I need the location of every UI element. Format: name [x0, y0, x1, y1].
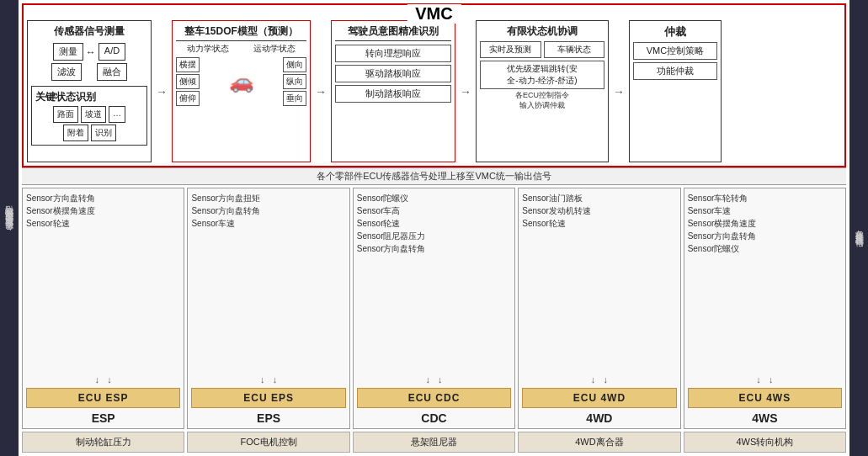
4ws-sensor-5: Sensor陀螺仪: [688, 242, 842, 255]
esp-sensor-3: Sensor轮速: [26, 217, 180, 230]
ecu-card-cdc: Sensor陀螺仪 Sensor车高 Sensor轮速 Sensor阻尼器压力 …: [353, 188, 515, 429]
bottom-4wd-clutch: 4WD离合器: [518, 432, 680, 453]
eps-sensors: Sensor方向盘扭矩 Sensor方向盘转角 Sensor车速: [191, 192, 345, 374]
measure-box: 测量: [53, 43, 83, 61]
key-state-block: 关键状态识别 路面 坡道 … 附着 识别: [31, 86, 147, 146]
arrow-2: →: [314, 20, 327, 162]
main-container: 各零部件在整车上不同状态工况配置传感器信号 各零部件最终执行器信号 VMC 传感…: [0, 0, 868, 456]
model-block: 整车15DOF模型（预测） 动力学状态 运动学状态 横摆 侧倾 俯仰 🚗: [172, 20, 311, 162]
model-states: 动力学状态 运动学状态: [176, 43, 306, 55]
cdc-sensor-2: Sensor车高: [357, 204, 511, 217]
fsm-title: 有限状态机协调: [480, 24, 604, 39]
sensor-block: 传感器信号测量 测量 ↔ A/D 滤波 融合 关键状态识别 路面: [27, 20, 152, 162]
ad-box: A/D: [99, 43, 125, 61]
driver-title: 驾驶员意图精准识别: [335, 24, 451, 41]
lat-item: 侧向: [283, 57, 306, 72]
ecu-card-eps: Sensor方向盘扭矩 Sensor方向盘转角 Sensor车速 ↓ ↓ ECU…: [187, 188, 349, 429]
ecu-section: Sensor方向盘转角 Sensor横摆角速度 Sensor轮速 ↓ ↓ ECU…: [22, 188, 846, 429]
right-side-label: 各零部件最终执行器信号: [849, 0, 868, 456]
attach-box: 附着: [63, 125, 88, 141]
4wd-arrow-down: ↓ ↓: [522, 374, 676, 384]
4wd-sensor-3: Sensor轮速: [522, 217, 676, 230]
4ws-sensor-3: Sensor横摆角速度: [688, 217, 842, 230]
arrow-4: →: [612, 20, 626, 162]
vmc-title: VMC: [407, 4, 461, 24]
identify-box: 识别: [91, 125, 116, 141]
model-left-col: 横摆 侧倾 俯仰: [176, 57, 200, 106]
bottom-brake: 制动轮缸压力: [22, 432, 184, 453]
cdc-sensor-1: Sensor陀螺仪: [357, 192, 511, 204]
4wd-name: 4WD: [522, 411, 676, 425]
sensor-title: 传感器信号测量: [31, 24, 147, 39]
vert-item: 垂向: [283, 91, 306, 106]
kin-state: 运动学状态: [253, 43, 296, 55]
4ws-sensor-4: Sensor方向盘转角: [688, 230, 842, 242]
left-label-text: 各零部件在整车上不同状态工况配置传感器信号: [4, 220, 14, 237]
key-state-title: 关键状态识别: [35, 90, 143, 104]
fsm-sub: 实时及预测 车辆状态: [480, 41, 604, 58]
yaw-item: 横摆: [176, 57, 200, 72]
bottom-bar: 制动轮缸压力 FOC电机控制 悬架阻尼器 4WD离合器 4WS转向机构: [22, 432, 846, 453]
esp-name: ESP: [26, 411, 180, 425]
ecu-card-4wd: Sensor油门踏板 Sensor发动机转速 Sensor轮速 ↓ ↓ ECU …: [518, 188, 680, 429]
model-car-rows: 横摆 侧倾 俯仰 🚗 侧向 纵向 垂向: [176, 57, 306, 106]
dots-box: …: [109, 106, 125, 123]
fsm-block: 有限状态机协调 实时及预测 车辆状态 优先级逻辑跳转(安全-动力-经济-舒适) …: [476, 20, 609, 162]
lon-item: 纵向: [283, 74, 306, 89]
right-label-text: 各零部件最终执行器信号: [854, 224, 864, 233]
eps-sensor-3: Sensor车速: [191, 217, 345, 230]
eps-arrow-down: ↓ ↓: [191, 374, 345, 384]
vmc-section: VMC 传感器信号测量 测量 ↔ A/D 滤波 融合: [22, 3, 846, 167]
signal-label: 各个零部件ECU传感器信号处理上移至VMC统一输出信号: [22, 167, 846, 185]
bottom-foc: FOC电机控制: [187, 432, 349, 453]
fsm-note: 各ECU控制指令输入协调仲裁: [480, 91, 604, 110]
fsm-vehicle: 车辆状态: [544, 41, 605, 58]
cdc-sensors: Sensor陀螺仪 Sensor车高 Sensor轮速 Sensor阻尼器压力 …: [357, 192, 511, 374]
bottom-4ws-steer: 4WS转向机构: [684, 432, 846, 453]
model-right-col: 侧向 纵向 垂向: [283, 57, 306, 106]
4wd-sensor-1: Sensor油门踏板: [522, 192, 676, 204]
content-area: VMC 传感器信号测量 测量 ↔ A/D 滤波 融合: [19, 0, 849, 456]
fsm-logic: 优先级逻辑跳转(安全-动力-经济-舒适): [480, 61, 604, 89]
arb-title: 仲裁: [633, 24, 717, 40]
model-title: 整车15DOF模型（预测）: [176, 24, 306, 41]
eps-sensor-1: Sensor方向盘扭矩: [191, 192, 345, 204]
cdc-sensor-4: Sensor阻尼器压力: [357, 230, 511, 242]
ad-arrow: ↔: [86, 43, 96, 61]
4ws-arrow-down: ↓ ↓: [688, 374, 842, 384]
sensor-row-2: 滤波 融合: [31, 63, 147, 81]
cdc-arrow-down: ↓ ↓: [357, 374, 511, 384]
driver-block: 驾驶员意图精准识别 转向理想响应 驱动踏板响应 制动踏板响应: [331, 20, 455, 162]
eps-name: EPS: [191, 411, 345, 425]
func-arb: 功能仲裁: [633, 62, 717, 80]
arrow-1: →: [155, 20, 168, 162]
filter-box: 滤波: [51, 63, 82, 81]
cdc-sensor-3: Sensor轮速: [357, 217, 511, 230]
esp-sensors: Sensor方向盘转角 Sensor横摆角速度 Sensor轮速: [26, 192, 180, 374]
left-side-label: 各零部件在整车上不同状态工况配置传感器信号: [0, 0, 19, 456]
vmc-inner: 传感器信号测量 测量 ↔ A/D 滤波 融合 关键状态识别 路面: [24, 5, 844, 166]
vmc-strategy: VMC控制策略: [633, 42, 717, 60]
sensor-row-1: 测量 ↔ A/D: [31, 43, 147, 61]
dyn-state: 动力学状态: [187, 43, 229, 55]
key-state-row-2: 附着 识别: [35, 125, 143, 141]
4ws-name: 4WS: [688, 411, 842, 425]
arb-block: 仲裁 VMC控制策略 功能仲裁: [629, 20, 722, 162]
ecu-card-esp: Sensor方向盘转角 Sensor横摆角速度 Sensor轮速 ↓ ↓ ECU…: [22, 188, 184, 429]
eps-sensor-2: Sensor方向盘转角: [191, 204, 345, 217]
accel-item: 驱动踏板响应: [335, 65, 451, 82]
4ws-sensors: Sensor车轮转角 Sensor车速 Sensor横摆角速度 Sensor方向…: [688, 192, 842, 374]
roll-item: 侧倾: [176, 74, 200, 89]
cdc-chip: ECU CDC: [357, 388, 511, 408]
esp-arrow-down: ↓ ↓: [26, 374, 180, 384]
4ws-chip: ECU 4WS: [688, 388, 842, 408]
esp-chip: ECU ESP: [26, 388, 180, 408]
arrow-3: →: [459, 20, 472, 162]
ecu-card-4ws: Sensor车轮转角 Sensor车速 Sensor横摆角速度 Sensor方向…: [684, 188, 846, 429]
bottom-suspend: 悬架阻尼器: [353, 432, 515, 453]
brake-item: 制动踏板响应: [335, 85, 451, 103]
fsm-realtime: 实时及预测: [480, 41, 541, 58]
cdc-sensor-5: Sensor方向盘转角: [357, 242, 511, 255]
road-box: 路面: [53, 106, 78, 123]
4wd-chip: ECU 4WD: [522, 388, 676, 408]
